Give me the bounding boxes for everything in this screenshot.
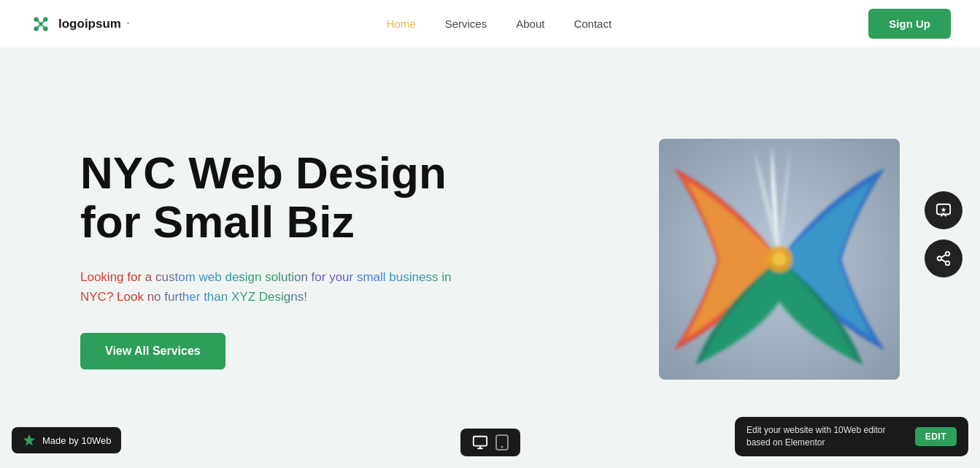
svg-point-10 xyxy=(946,251,950,256)
svg-point-12 xyxy=(946,261,950,265)
share-icon xyxy=(935,250,952,266)
logo-icon xyxy=(29,12,53,36)
fab-group xyxy=(925,191,962,277)
hero-section: NYC Web Design for Small Biz Looking for… xyxy=(0,47,980,456)
brand-name: logoipsum xyxy=(58,17,121,31)
svg-line-13 xyxy=(941,254,946,257)
view-all-services-button[interactable]: View All Services xyxy=(80,333,225,369)
made-by-label: Made by 10Web xyxy=(42,435,111,446)
made-by-badge[interactable]: Made by 10Web xyxy=(12,427,121,453)
share-fab-button[interactable] xyxy=(925,239,962,277)
nav-about[interactable]: About xyxy=(516,18,544,30)
nav-services[interactable]: Services xyxy=(445,18,487,30)
signup-button[interactable]: Sign Up xyxy=(868,9,951,39)
hero-illustration xyxy=(659,139,900,380)
mobile-view-button[interactable] xyxy=(495,434,509,450)
hero-title: NYC Web Design for Small Biz xyxy=(80,149,460,247)
svg-rect-16 xyxy=(473,437,486,446)
navbar: logoipsum * Home Services About Contact … xyxy=(0,0,980,47)
hero-image xyxy=(659,139,900,380)
hero-content: NYC Web Design for Small Biz Looking for… xyxy=(80,149,460,369)
svg-marker-9 xyxy=(941,207,946,212)
edit-button[interactable]: EDIT xyxy=(915,427,957,446)
mobile-icon xyxy=(495,434,509,450)
svg-point-11 xyxy=(938,256,942,261)
brand-logo[interactable]: logoipsum * xyxy=(29,12,129,36)
tenweb-icon xyxy=(22,433,36,448)
hero-subtitle: Looking for a custom web design solution… xyxy=(80,267,460,307)
edit-bar: Edit your website with 10Web editor base… xyxy=(735,417,968,456)
desktop-view-button[interactable] xyxy=(472,434,488,450)
svg-line-14 xyxy=(941,259,946,262)
svg-point-20 xyxy=(501,446,503,448)
chat-fab-button[interactable] xyxy=(925,191,962,229)
nav-home[interactable]: Home xyxy=(387,18,416,30)
svg-point-7 xyxy=(772,252,787,266)
nav-links: Home Services About Contact xyxy=(387,18,611,31)
desktop-icon xyxy=(472,434,488,450)
view-controls xyxy=(460,429,520,456)
nav-contact[interactable]: Contact xyxy=(574,18,611,30)
chat-star-icon xyxy=(935,202,952,218)
edit-bar-text: Edit your website with 10Web editor base… xyxy=(746,424,905,449)
svg-marker-15 xyxy=(23,434,36,446)
